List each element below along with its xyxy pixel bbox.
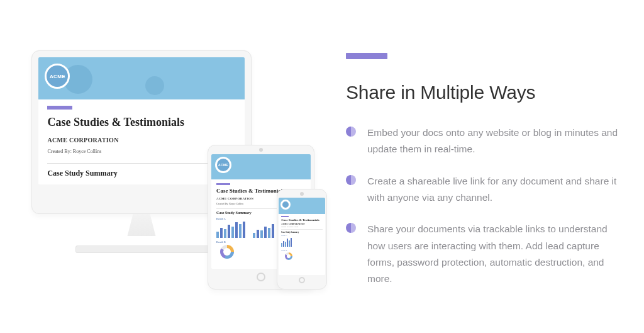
section-heading: Share in Multiple Ways	[346, 82, 625, 103]
doc-title: Case Studies & Testimonials	[281, 218, 322, 222]
phone-screen: Case Studies & Testimonials ACME CORPORA…	[279, 198, 325, 275]
accent-bar	[281, 216, 289, 217]
feature-text: Share your documents via trackable links…	[367, 221, 625, 287]
feature-list: Embed your docs onto any website or blog…	[346, 125, 625, 288]
camera-icon	[300, 192, 304, 196]
home-button-icon	[257, 273, 265, 281]
bullet-icon	[346, 223, 356, 233]
accent-pill	[346, 53, 387, 59]
doc-title: Case Studies & Testimonials	[47, 116, 235, 129]
monitor-base	[75, 246, 214, 253]
monitor-stand	[113, 214, 170, 246]
feature-item: Create a shareable live link for any doc…	[346, 173, 625, 206]
doc-subtitle: ACME CORPORATION	[281, 223, 322, 225]
bar-chart-icon	[253, 222, 274, 238]
acme-logo-icon	[280, 200, 291, 210]
doc-header-strip: ACME	[211, 154, 311, 179]
feature-text: Create a shareable live link for any doc…	[367, 173, 625, 206]
device-mockups: ACME Case Studies & Testimonials ACME CO…	[19, 31, 321, 302]
feature-item: Share your documents via trackable links…	[346, 221, 625, 287]
bar-chart-icon	[281, 238, 292, 247]
bar-chart-icon	[216, 222, 245, 238]
accent-bar	[216, 183, 230, 185]
accent-bar	[47, 106, 72, 110]
acme-logo-icon: ACME	[215, 157, 231, 173]
bullet-icon	[346, 127, 356, 137]
doc-header-strip	[279, 198, 325, 214]
feature-text: Embed your docs onto any website or blog…	[367, 125, 625, 158]
doc-section-heading: Case Study Summary	[281, 229, 322, 234]
result-label: Result B	[281, 249, 322, 251]
device-phone: Case Studies & Testimonials ACME CORPORA…	[277, 189, 327, 290]
camera-icon	[259, 148, 263, 152]
bullet-icon	[346, 175, 356, 185]
doc-header-strip: ACME	[38, 57, 244, 99]
donut-chart-icon	[285, 252, 292, 260]
donut-chart-icon	[220, 245, 234, 259]
home-button-icon	[299, 277, 305, 283]
acme-logo-icon: ACME	[45, 64, 70, 89]
marketing-copy: Share in Multiple Ways Embed your docs o…	[321, 31, 625, 303]
doc-meta: Created By: Royce Collins	[281, 226, 322, 228]
result-label: Result A	[281, 235, 322, 237]
doc-subtitle: ACME CORPORATION	[47, 137, 235, 144]
feature-item: Embed your docs onto any website or blog…	[346, 125, 625, 158]
